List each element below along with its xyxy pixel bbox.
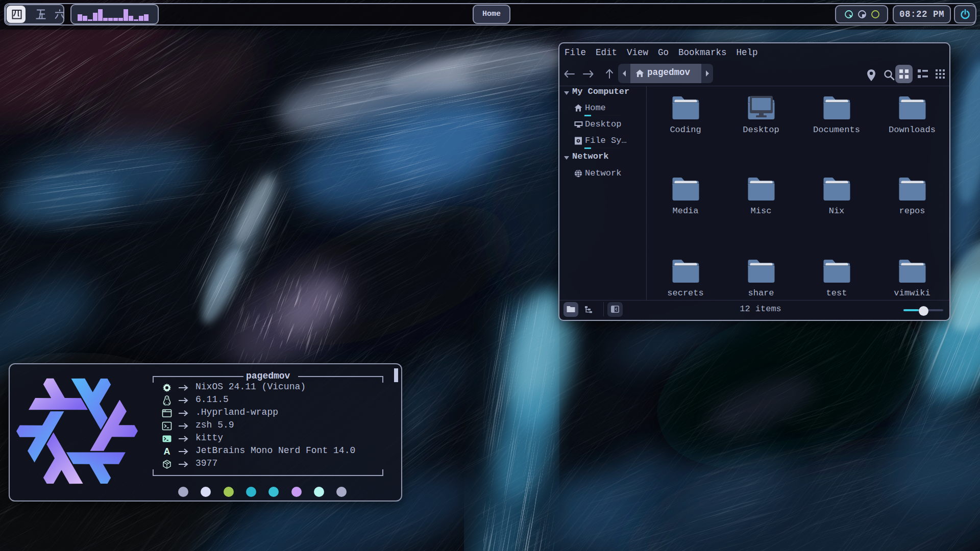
svg-text:A: A [164,446,170,457]
